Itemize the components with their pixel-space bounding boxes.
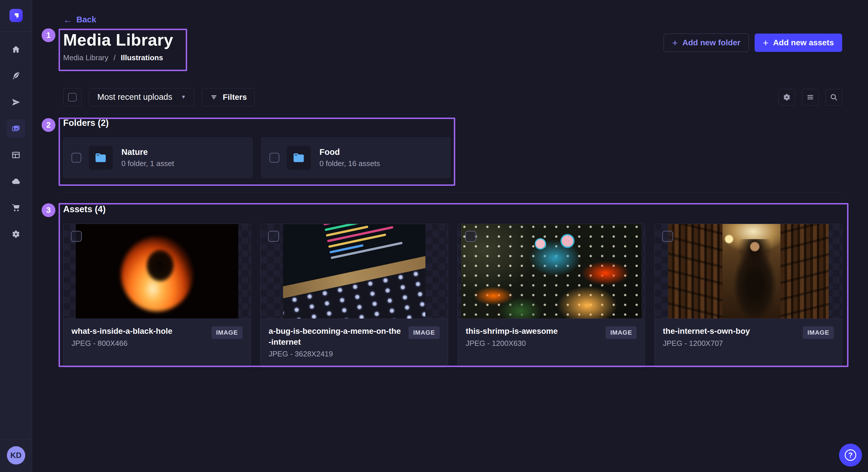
add-new-assets-label: Add new assets — [773, 38, 834, 47]
folders-row: Nature 0 folder, 1 asset Food 0 folder, … — [63, 137, 842, 178]
folder-checkbox[interactable] — [270, 153, 279, 163]
sidebar-item-releases[interactable] — [7, 93, 25, 111]
home-icon — [11, 45, 21, 54]
back-label: Back — [76, 15, 96, 24]
folder-checkbox[interactable] — [71, 153, 81, 163]
asset-checkbox[interactable] — [268, 231, 279, 242]
folder-icon — [94, 151, 107, 164]
sidebar-divider — [0, 439, 32, 439]
asset-checkbox[interactable] — [465, 231, 476, 242]
folder-card-nature[interactable]: Nature 0 folder, 1 asset — [63, 137, 253, 178]
page-title: Media Library — [63, 31, 174, 49]
asset-title: what-s-inside-a-black-hole — [71, 326, 206, 337]
main-content: ← Back Media Library Media Library / Ill… — [32, 0, 868, 472]
paper-plane-icon — [11, 98, 21, 107]
asset-image-black-hole — [76, 224, 238, 318]
add-new-folder-button[interactable]: + Add new folder — [663, 34, 749, 52]
toolbar-left: Most recent uploads ▼ Filters — [63, 88, 255, 106]
chevron-down-icon: ▼ — [181, 94, 186, 100]
filters-label: Filters — [223, 93, 247, 102]
sort-dropdown[interactable]: Most recent uploads ▼ — [89, 88, 194, 106]
back-link[interactable]: ← Back — [63, 15, 96, 24]
asset-thumbnail — [63, 224, 251, 318]
folder-tile — [287, 146, 311, 170]
asset-text: a-bug-is-becoming-a-meme-on-the-internet… — [269, 326, 403, 359]
folder-name: Nature — [121, 147, 174, 157]
breadcrumb-root[interactable]: Media Library — [63, 53, 108, 62]
asset-thumbnail — [260, 224, 448, 318]
person-figure — [732, 239, 777, 318]
asset-info: this-shrimp-is-awesome JPEG - 1200X630 I… — [458, 318, 645, 359]
filters-button[interactable]: Filters — [202, 88, 255, 106]
strapi-logo-icon — [11, 11, 21, 20]
select-all-checkbox[interactable] — [68, 93, 76, 102]
plus-icon: + — [672, 38, 678, 47]
asset-card-laptop-code[interactable]: a-bug-is-becoming-a-meme-on-the-internet… — [260, 224, 448, 368]
folder-card-food[interactable]: Food 0 folder, 16 assets — [261, 137, 451, 178]
title-block: Media Library Media Library / Illustrati… — [63, 31, 174, 62]
asset-type-badge: IMAGE — [408, 326, 439, 339]
cart-icon — [11, 203, 21, 212]
cloud-icon — [11, 177, 21, 186]
media-library-page: KD ← Back Media Library Media Library / … — [0, 0, 868, 472]
sidebar-item-content-type-builder[interactable] — [7, 146, 25, 164]
asset-checkbox[interactable] — [662, 231, 673, 242]
search-icon — [830, 93, 838, 102]
asset-image-library-portrait — [668, 224, 829, 318]
asset-type-badge: IMAGE — [803, 326, 834, 339]
add-new-assets-button[interactable]: + Add new assets — [755, 34, 842, 52]
media-settings-button[interactable] — [778, 89, 795, 105]
folder-name: Food — [319, 147, 380, 157]
folder-icon — [292, 151, 305, 164]
laptop-art — [283, 224, 425, 318]
asset-type-badge: IMAGE — [212, 326, 243, 339]
question-mark-icon: ? — [845, 449, 856, 461]
feather-icon — [11, 71, 21, 80]
asset-thumbnail — [655, 224, 842, 318]
asset-image-laptop-code — [283, 224, 425, 318]
help-button[interactable]: ? — [839, 444, 862, 467]
sidebar-item-cloud[interactable] — [7, 172, 25, 191]
sidebar: KD — [0, 0, 32, 472]
breadcrumb-separator: / — [114, 53, 116, 62]
sidebar-item-home[interactable] — [7, 40, 25, 59]
settings-icon — [782, 93, 791, 102]
asset-meta: JPEG - 3628X2419 — [269, 349, 403, 359]
search-button[interactable] — [826, 89, 842, 105]
sidebar-item-content-manager[interactable] — [7, 67, 25, 85]
asset-checkbox[interactable] — [71, 231, 82, 242]
folder-tile — [89, 146, 113, 170]
asset-text: what-s-inside-a-black-hole JPEG - 800X46… — [71, 326, 206, 348]
plus-icon: + — [763, 38, 769, 47]
select-all-checkbox-wrap[interactable] — [63, 88, 82, 106]
sidebar-item-settings[interactable] — [7, 225, 25, 243]
sort-value: Most recent uploads — [97, 92, 172, 102]
assets-heading: Assets (4) — [63, 204, 842, 214]
folder-meta: 0 folder, 16 assets — [319, 159, 380, 168]
asset-card-black-hole[interactable]: what-s-inside-a-black-hole JPEG - 800X46… — [63, 224, 251, 368]
list-view-button[interactable] — [802, 89, 818, 105]
header-row: Media Library Media Library / Illustrati… — [63, 31, 842, 62]
asset-type-badge: IMAGE — [606, 326, 637, 339]
avatar[interactable]: KD — [7, 446, 25, 465]
bookshelf-right — [780, 224, 829, 318]
strapi-logo[interactable] — [9, 9, 23, 22]
sidebar-item-marketplace[interactable] — [7, 198, 25, 217]
asset-meta: JPEG - 800X466 — [71, 339, 206, 348]
asset-image-mantis-shrimp — [461, 224, 642, 318]
breadcrumb-current: Illustrations — [121, 53, 163, 62]
folder-meta: 0 folder, 1 asset — [121, 159, 174, 168]
layout-icon — [11, 150, 21, 160]
folders-heading: Folders (2) — [63, 118, 842, 128]
asset-card-library-portrait[interactable]: the-internet-s-own-boy JPEG - 1200X707 I… — [654, 224, 842, 368]
folder-text: Food 0 folder, 16 assets — [319, 147, 380, 168]
sidebar-item-media-library[interactable] — [7, 119, 25, 138]
header-actions: + Add new folder + Add new assets — [663, 34, 842, 52]
asset-card-shrimp[interactable]: this-shrimp-is-awesome JPEG - 1200X630 I… — [458, 224, 645, 368]
assets-grid: what-s-inside-a-black-hole JPEG - 800X46… — [63, 224, 842, 368]
list-icon — [806, 93, 815, 102]
toolbar-right — [778, 89, 842, 105]
asset-title: the-internet-s-own-boy — [663, 326, 797, 337]
filter-icon — [210, 93, 218, 102]
asset-info: the-internet-s-own-boy JPEG - 1200X707 I… — [655, 318, 842, 359]
